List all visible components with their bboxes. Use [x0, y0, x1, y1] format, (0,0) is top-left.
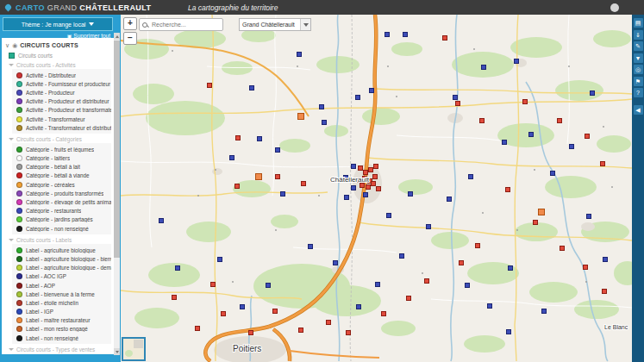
map-marker[interactable] [276, 148, 280, 153]
map-marker[interactable] [235, 184, 240, 189]
export-button[interactable]: ⇓ [634, 30, 643, 40]
map-marker[interactable] [503, 140, 507, 145]
legend-item[interactable]: Label - agriculture biologique - bienven… [12, 254, 111, 263]
map-marker[interactable] [456, 102, 460, 106]
legend-item[interactable]: Catégorie - restaurants [12, 207, 111, 215]
legend-item[interactable]: Activité - Fournisseur et producteur [12, 79, 111, 88]
collapse-icon[interactable]: ∨ [5, 42, 9, 49]
map-marker[interactable] [584, 265, 588, 270]
map-marker[interactable] [534, 221, 538, 225]
scrollbar-thumb[interactable] [114, 41, 120, 258]
map-marker[interactable] [366, 185, 371, 190]
help-button[interactable]: ? [634, 88, 643, 97]
map-marker[interactable] [281, 192, 285, 197]
map-marker[interactable] [570, 145, 574, 149]
map-marker[interactable] [373, 175, 378, 179]
map-marker[interactable] [425, 279, 429, 284]
map-marker[interactable] [176, 266, 180, 271]
legend-tree-header[interactable]: ∨ ◉ CIRCUITS COURTS [2, 38, 114, 51]
layer-options-icon[interactable]: ◉ [12, 42, 17, 49]
legend-item[interactable]: Catégorie - laitiers [12, 154, 111, 163]
map-marker[interactable] [208, 84, 212, 88]
map-marker[interactable] [603, 258, 608, 262]
globe-icon[interactable] [610, 3, 619, 12]
legend-item[interactable]: Label - IGP [12, 308, 111, 316]
map-marker[interactable] [601, 162, 605, 166]
map-marker[interactable] [297, 53, 302, 57]
legend-item[interactable]: Label - AOC IGP [12, 272, 111, 281]
share-button[interactable]: ◀ [634, 105, 643, 115]
map-marker[interactable] [345, 196, 349, 200]
legend-item[interactable]: Catégorie - élevage de petits animaux [12, 197, 111, 206]
map-marker[interactable] [542, 309, 547, 314]
draw-button[interactable]: ✎ [634, 41, 643, 51]
map-marker[interactable] [347, 331, 351, 335]
filter-button[interactable]: ▼ [634, 53, 643, 63]
map-marker[interactable] [302, 182, 306, 186]
map-marker[interactable] [560, 247, 565, 251]
map-marker[interactable] [364, 193, 368, 197]
legend-item[interactable]: Label - agriculture biologique - demain … [12, 264, 111, 272]
map-marker[interactable] [256, 174, 262, 180]
map-marker[interactable] [387, 214, 391, 218]
map-marker[interactable] [551, 172, 555, 176]
map-marker[interactable] [309, 245, 313, 249]
map-marker[interactable] [443, 36, 447, 41]
locate-button[interactable]: ◎ [634, 65, 643, 74]
zoom-out-button[interactable]: − [123, 32, 137, 45]
map-marker[interactable] [372, 182, 376, 186]
map-marker[interactable] [322, 121, 327, 125]
map-marker[interactable] [218, 258, 222, 262]
legend-item[interactable]: Label - étoile michelin [12, 298, 111, 307]
map-marker[interactable] [585, 134, 590, 139]
map-marker[interactable] [230, 156, 234, 160]
map-marker[interactable] [482, 66, 486, 70]
map-marker[interactable] [159, 219, 164, 223]
map-marker[interactable] [241, 305, 245, 309]
legend-section-header[interactable]: Circuits courts - Labels [2, 235, 114, 244]
map-marker[interactable] [196, 327, 200, 331]
map-marker[interactable] [591, 91, 595, 96]
map-marker[interactable] [236, 136, 241, 140]
legend-item[interactable]: Activité - Transformateur et distributeu… [12, 123, 111, 132]
map-marker[interactable] [276, 175, 280, 179]
map-marker[interactable] [507, 330, 511, 334]
map-marker[interactable] [211, 283, 216, 287]
map-marker[interactable] [298, 114, 304, 120]
map-marker[interactable] [523, 100, 528, 104]
map-marker[interactable] [515, 59, 519, 64]
legend-item[interactable]: Label - bienvenue à la ferme [12, 290, 111, 298]
legend-item[interactable]: Activité - Distributeur [12, 71, 111, 79]
map-marker[interactable] [603, 290, 607, 294]
legend-item[interactable]: Catégorie - bétail à lait [12, 163, 111, 172]
zoom-in-button[interactable]: + [123, 17, 137, 30]
map-marker[interactable] [400, 254, 404, 259]
territory-select-arrow[interactable] [300, 19, 310, 30]
map-marker[interactable] [407, 296, 411, 301]
map-marker[interactable] [359, 166, 363, 171]
map-marker[interactable] [352, 186, 356, 190]
map-marker[interactable] [369, 168, 373, 172]
map-marker[interactable] [587, 215, 591, 219]
map-marker[interactable] [453, 96, 458, 100]
map-canvas[interactable]: ChâtelleraultPoitiersLe Blanc + − Grand … [121, 15, 632, 362]
legend-item[interactable]: Catégorie - jardins partagés [12, 215, 111, 224]
legend-item[interactable]: Label - maître restaurateur [12, 316, 111, 325]
legend-item[interactable]: Activité - Transformateur [12, 115, 111, 123]
legend-item[interactable]: Catégorie - non renseigné [12, 224, 111, 233]
map-marker[interactable] [403, 33, 408, 37]
print-button[interactable]: ▤ [634, 18, 643, 28]
map-marker[interactable] [488, 304, 492, 309]
legend-item[interactable]: Catégorie - céréales [12, 180, 111, 189]
map-marker[interactable] [469, 175, 473, 179]
scroll-down-arrow[interactable] [114, 348, 120, 355]
map-marker[interactable] [299, 328, 303, 333]
legend-section-header[interactable]: Circuits courts - Activités [2, 60, 114, 69]
poi-button[interactable]: ⚑ [634, 77, 643, 86]
map-marker[interactable] [558, 119, 562, 123]
map-marker[interactable] [364, 171, 368, 175]
legend-item[interactable]: Label - AOP [12, 281, 111, 290]
map-marker[interactable] [377, 187, 381, 191]
map-marker[interactable] [320, 105, 324, 109]
map-marker[interactable] [385, 33, 390, 37]
